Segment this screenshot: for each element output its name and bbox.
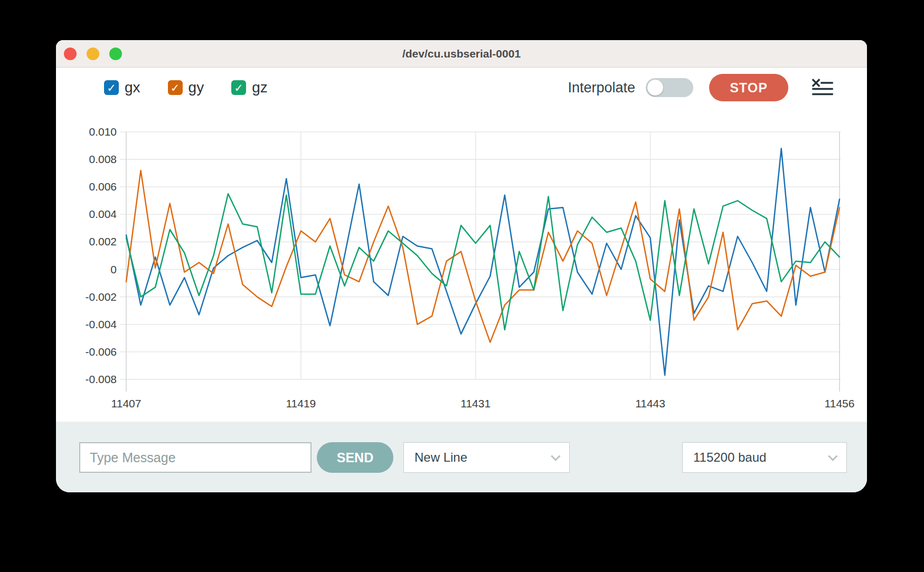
svg-text:0.004: 0.004 <box>89 208 117 220</box>
svg-text:11431: 11431 <box>460 397 491 409</box>
svg-text:0.006: 0.006 <box>89 180 117 193</box>
message-input[interactable] <box>79 442 312 473</box>
chart-region: 0.0100.0080.0060.0040.0020-0.002-0.004-0… <box>56 112 867 421</box>
gx-label: gx <box>125 79 140 96</box>
svg-text:0: 0 <box>110 263 117 275</box>
line-ending-select[interactable]: New Line <box>403 442 570 473</box>
gy-label: gy <box>188 79 204 96</box>
baud-rate-select[interactable]: 115200 baud <box>682 442 847 473</box>
gz-checkbox[interactable]: ✓ <box>231 80 246 95</box>
bottom-bar: SEND New Line 115200 baud <box>56 422 867 492</box>
svg-text:-0.002: -0.002 <box>85 291 117 303</box>
interpolate-toggle[interactable] <box>646 78 693 97</box>
svg-text:11443: 11443 <box>635 397 665 409</box>
gy-checkbox[interactable]: ✓ <box>168 80 183 95</box>
clear-list-icon <box>812 79 834 97</box>
window-controls <box>64 40 122 68</box>
minimize-button[interactable] <box>87 47 99 60</box>
stop-button[interactable]: STOP <box>709 74 788 101</box>
chevron-down-icon <box>828 451 837 461</box>
svg-text:11419: 11419 <box>286 397 316 409</box>
series-toggle-gz: ✓ gz <box>231 79 268 96</box>
zoom-button[interactable] <box>109 47 122 60</box>
titlebar: /dev/cu.usbserial-0001 <box>56 40 867 68</box>
chevron-down-icon <box>551 451 560 461</box>
svg-text:0.002: 0.002 <box>89 235 117 247</box>
interpolate-label: Interpolate <box>568 80 635 96</box>
svg-text:11407: 11407 <box>111 397 142 409</box>
gz-label: gz <box>252 79 268 96</box>
check-icon: ✓ <box>171 82 180 93</box>
clear-list-icon-button[interactable] <box>812 79 834 97</box>
svg-text:0.010: 0.010 <box>89 126 117 138</box>
series-toggle-gx: ✓ gx <box>104 79 140 96</box>
gx-checkbox[interactable]: ✓ <box>104 80 119 95</box>
toggle-knob <box>647 80 663 96</box>
window-title: /dev/cu.usbserial-0001 <box>402 47 521 60</box>
svg-text:11456: 11456 <box>825 397 855 409</box>
toolbar: ✓ gx ✓ gy ✓ gz Interpolate STOP <box>56 73 867 102</box>
svg-text:-0.008: -0.008 <box>85 373 117 385</box>
svg-text:-0.006: -0.006 <box>85 346 117 358</box>
app-window: /dev/cu.usbserial-0001 ✓ gx ✓ gy ✓ gz In… <box>56 40 867 492</box>
series-toggle-gy: ✓ gy <box>168 79 204 96</box>
svg-text:0.008: 0.008 <box>89 153 117 165</box>
close-button[interactable] <box>64 47 77 60</box>
line-ending-value: New Line <box>414 450 467 465</box>
check-icon: ✓ <box>234 82 243 93</box>
check-icon: ✓ <box>107 82 116 93</box>
serial-plot: 0.0100.0080.0060.0040.0020-0.002-0.004-0… <box>56 112 867 421</box>
send-button[interactable]: SEND <box>317 442 393 473</box>
baud-rate-value: 115200 baud <box>693 450 766 465</box>
svg-text:-0.004: -0.004 <box>85 318 117 330</box>
